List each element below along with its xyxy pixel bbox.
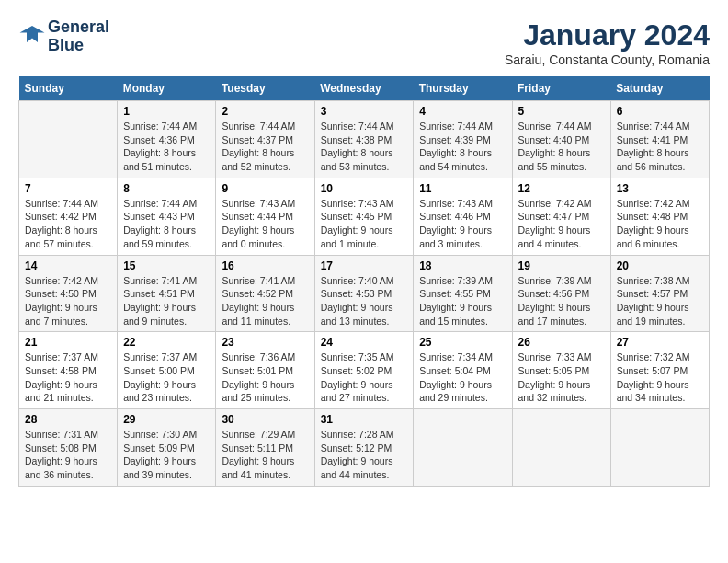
calendar-cell: 31Sunrise: 7:28 AMSunset: 5:12 PMDayligh…	[314, 409, 414, 487]
calendar-cell: 16Sunrise: 7:41 AMSunset: 4:52 PMDayligh…	[216, 255, 314, 332]
weekday-header: Thursday	[414, 76, 512, 101]
cell-sun-info: Sunrise: 7:43 AMSunset: 4:46 PMDaylight:…	[419, 197, 506, 251]
calendar-cell: 28Sunrise: 7:31 AMSunset: 5:08 PMDayligh…	[19, 409, 118, 487]
calendar-cell: 20Sunrise: 7:38 AMSunset: 4:57 PMDayligh…	[610, 255, 709, 332]
cell-sun-info: Sunrise: 7:43 AMSunset: 4:45 PMDaylight:…	[321, 197, 408, 251]
logo-line2: Blue	[48, 37, 109, 55]
calendar-cell: 13Sunrise: 7:42 AMSunset: 4:48 PMDayligh…	[610, 178, 709, 255]
calendar-cell: 14Sunrise: 7:42 AMSunset: 4:50 PMDayligh…	[19, 255, 118, 332]
weekday-header: Tuesday	[216, 76, 314, 101]
day-number: 21	[25, 336, 111, 349]
calendar-cell: 23Sunrise: 7:36 AMSunset: 5:01 PMDayligh…	[216, 332, 314, 409]
day-number: 15	[123, 259, 210, 272]
calendar-cell: 29Sunrise: 7:30 AMSunset: 5:09 PMDayligh…	[118, 409, 216, 487]
cell-sun-info: Sunrise: 7:28 AMSunset: 5:12 PMDaylight:…	[321, 428, 408, 482]
day-number: 18	[419, 259, 506, 272]
day-number: 26	[518, 336, 605, 349]
cell-sun-info: Sunrise: 7:37 AMSunset: 4:58 PMDaylight:…	[25, 350, 111, 405]
day-number: 1	[123, 105, 210, 118]
cell-sun-info: Sunrise: 7:29 AMSunset: 5:11 PMDaylight:…	[222, 428, 308, 482]
day-number: 24	[321, 336, 408, 349]
calendar-week-row: 21Sunrise: 7:37 AMSunset: 4:58 PMDayligh…	[19, 332, 710, 409]
calendar-cell: 18Sunrise: 7:39 AMSunset: 4:55 PMDayligh…	[414, 255, 512, 332]
calendar-cell: 8Sunrise: 7:44 AMSunset: 4:43 PMDaylight…	[118, 178, 216, 255]
day-number: 5	[518, 105, 605, 118]
calendar-cell: 30Sunrise: 7:29 AMSunset: 5:11 PMDayligh…	[216, 409, 314, 487]
cell-sun-info: Sunrise: 7:38 AMSunset: 4:57 PMDaylight:…	[617, 274, 703, 328]
cell-sun-info: Sunrise: 7:32 AMSunset: 5:07 PMDaylight:…	[617, 350, 703, 405]
cell-sun-info: Sunrise: 7:41 AMSunset: 4:52 PMDaylight:…	[222, 274, 308, 328]
logo-text: General Blue	[48, 18, 109, 55]
day-number: 3	[321, 105, 408, 118]
calendar-cell: 17Sunrise: 7:40 AMSunset: 4:53 PMDayligh…	[314, 255, 414, 332]
calendar-cell: 6Sunrise: 7:44 AMSunset: 4:41 PMDaylight…	[610, 101, 709, 178]
day-number: 29	[123, 413, 210, 426]
calendar-cell	[414, 409, 512, 487]
location-title: Saraiu, Constanta County, Romania	[505, 52, 710, 67]
day-number: 19	[518, 259, 605, 272]
month-title: January 2024	[505, 18, 710, 52]
calendar-cell: 10Sunrise: 7:43 AMSunset: 4:45 PMDayligh…	[314, 178, 414, 255]
cell-sun-info: Sunrise: 7:36 AMSunset: 5:01 PMDaylight:…	[222, 350, 308, 405]
day-number: 17	[321, 259, 408, 272]
calendar-cell	[19, 101, 118, 178]
day-number: 13	[617, 182, 703, 195]
day-number: 31	[321, 413, 408, 426]
day-number: 8	[123, 182, 210, 195]
cell-sun-info: Sunrise: 7:40 AMSunset: 4:53 PMDaylight:…	[321, 274, 408, 328]
cell-sun-info: Sunrise: 7:42 AMSunset: 4:48 PMDaylight:…	[617, 197, 703, 251]
cell-sun-info: Sunrise: 7:44 AMSunset: 4:40 PMDaylight:…	[518, 120, 605, 174]
calendar-week-row: 7Sunrise: 7:44 AMSunset: 4:42 PMDaylight…	[19, 178, 710, 255]
weekday-header: Friday	[512, 76, 610, 101]
calendar-cell: 19Sunrise: 7:39 AMSunset: 4:56 PMDayligh…	[512, 255, 610, 332]
calendar-cell: 22Sunrise: 7:37 AMSunset: 5:00 PMDayligh…	[118, 332, 216, 409]
cell-sun-info: Sunrise: 7:39 AMSunset: 4:55 PMDaylight:…	[419, 274, 506, 328]
day-number: 4	[419, 105, 506, 118]
page-header: General Blue January 2024 Saraiu, Consta…	[18, 18, 710, 67]
calendar-week-row: 28Sunrise: 7:31 AMSunset: 5:08 PMDayligh…	[19, 409, 710, 487]
cell-sun-info: Sunrise: 7:42 AMSunset: 4:47 PMDaylight:…	[518, 197, 605, 251]
logo-line1: General	[48, 18, 109, 37]
logo: General Blue	[18, 18, 109, 55]
calendar-cell: 24Sunrise: 7:35 AMSunset: 5:02 PMDayligh…	[314, 332, 414, 409]
calendar-cell: 25Sunrise: 7:34 AMSunset: 5:04 PMDayligh…	[414, 332, 512, 409]
cell-sun-info: Sunrise: 7:44 AMSunset: 4:39 PMDaylight:…	[419, 120, 506, 174]
calendar-cell: 12Sunrise: 7:42 AMSunset: 4:47 PMDayligh…	[512, 178, 610, 255]
day-number: 2	[222, 105, 308, 118]
calendar-week-row: 14Sunrise: 7:42 AMSunset: 4:50 PMDayligh…	[19, 255, 710, 332]
weekday-header: Sunday	[19, 76, 118, 101]
weekday-header-row: SundayMondayTuesdayWednesdayThursdayFrid…	[19, 76, 710, 101]
cell-sun-info: Sunrise: 7:44 AMSunset: 4:43 PMDaylight:…	[123, 197, 210, 251]
calendar-cell: 3Sunrise: 7:44 AMSunset: 4:38 PMDaylight…	[314, 101, 414, 178]
cell-sun-info: Sunrise: 7:39 AMSunset: 4:56 PMDaylight:…	[518, 274, 605, 328]
calendar-table: SundayMondayTuesdayWednesdayThursdayFrid…	[18, 76, 710, 487]
calendar-cell: 27Sunrise: 7:32 AMSunset: 5:07 PMDayligh…	[610, 332, 709, 409]
cell-sun-info: Sunrise: 7:37 AMSunset: 5:00 PMDaylight:…	[123, 350, 210, 405]
calendar-week-row: 1Sunrise: 7:44 AMSunset: 4:36 PMDaylight…	[19, 101, 710, 178]
logo-icon	[18, 23, 46, 51]
day-number: 11	[419, 182, 506, 195]
day-number: 10	[321, 182, 408, 195]
cell-sun-info: Sunrise: 7:44 AMSunset: 4:37 PMDaylight:…	[222, 120, 308, 174]
cell-sun-info: Sunrise: 7:33 AMSunset: 5:05 PMDaylight:…	[518, 350, 605, 405]
day-number: 23	[222, 336, 308, 349]
calendar-cell	[610, 409, 709, 487]
cell-sun-info: Sunrise: 7:44 AMSunset: 4:41 PMDaylight:…	[617, 120, 703, 174]
weekday-header: Wednesday	[314, 76, 414, 101]
cell-sun-info: Sunrise: 7:43 AMSunset: 4:44 PMDaylight:…	[222, 197, 308, 251]
weekday-header: Monday	[118, 76, 216, 101]
day-number: 22	[123, 336, 210, 349]
calendar-cell: 5Sunrise: 7:44 AMSunset: 4:40 PMDaylight…	[512, 101, 610, 178]
cell-sun-info: Sunrise: 7:34 AMSunset: 5:04 PMDaylight:…	[419, 350, 506, 405]
calendar-cell: 15Sunrise: 7:41 AMSunset: 4:51 PMDayligh…	[118, 255, 216, 332]
day-number: 14	[25, 259, 111, 272]
cell-sun-info: Sunrise: 7:44 AMSunset: 4:36 PMDaylight:…	[123, 120, 210, 174]
day-number: 9	[222, 182, 308, 195]
day-number: 7	[25, 182, 111, 195]
day-number: 30	[222, 413, 308, 426]
cell-sun-info: Sunrise: 7:44 AMSunset: 4:38 PMDaylight:…	[321, 120, 408, 174]
day-number: 27	[617, 336, 703, 349]
cell-sun-info: Sunrise: 7:42 AMSunset: 4:50 PMDaylight:…	[25, 274, 111, 328]
cell-sun-info: Sunrise: 7:31 AMSunset: 5:08 PMDaylight:…	[25, 428, 111, 482]
cell-sun-info: Sunrise: 7:30 AMSunset: 5:09 PMDaylight:…	[123, 428, 210, 482]
